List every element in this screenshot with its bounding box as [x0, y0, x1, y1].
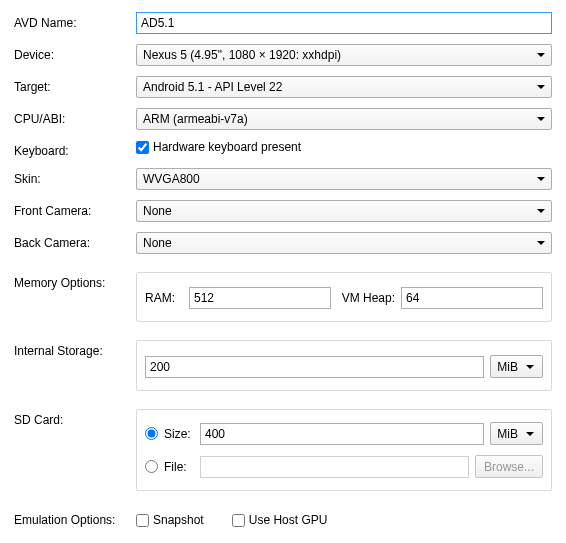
- ram-label: RAM:: [145, 291, 183, 305]
- sd-size-radio[interactable]: [145, 427, 158, 440]
- ram-input[interactable]: [189, 287, 331, 309]
- snapshot-checkbox-wrap[interactable]: Snapshot: [136, 513, 204, 527]
- skin-dropdown[interactable]: WVGA800: [136, 168, 552, 190]
- browse-button: Browse...: [475, 455, 543, 478]
- skin-value: WVGA800: [143, 172, 537, 186]
- chevron-down-icon: [537, 209, 545, 213]
- use-host-gpu-checkbox[interactable]: [232, 514, 245, 527]
- snapshot-checkbox[interactable]: [136, 514, 149, 527]
- memory-options-label: Memory Options:: [14, 272, 136, 290]
- vm-heap-label: VM Heap:: [337, 291, 395, 305]
- chevron-down-icon: [537, 177, 545, 181]
- cpu-abi-dropdown[interactable]: ARM (armeabi-v7a): [136, 108, 552, 130]
- device-dropdown[interactable]: Nexus 5 (4.95", 1080 × 1920: xxhdpi): [136, 44, 552, 66]
- keyboard-label: Keyboard:: [14, 140, 136, 158]
- hw-keyboard-checkbox[interactable]: [136, 141, 149, 154]
- target-dropdown[interactable]: Android 5.1 - API Level 22: [136, 76, 552, 98]
- cpu-abi-label: CPU/ABI:: [14, 108, 136, 126]
- front-camera-value: None: [143, 204, 537, 218]
- sd-size-label: Size:: [164, 427, 194, 441]
- device-value: Nexus 5 (4.95", 1080 × 1920: xxhdpi): [143, 48, 537, 62]
- internal-storage-unit-dropdown[interactable]: MiB: [490, 355, 543, 378]
- chevron-down-icon: [537, 117, 545, 121]
- back-camera-value: None: [143, 236, 537, 250]
- sd-size-unit-dropdown[interactable]: MiB: [490, 422, 543, 445]
- target-value: Android 5.1 - API Level 22: [143, 80, 537, 94]
- sd-card-group: Size: MiB File: Browse...: [136, 409, 552, 491]
- back-camera-dropdown[interactable]: None: [136, 232, 552, 254]
- device-label: Device:: [14, 44, 136, 62]
- hw-keyboard-text: Hardware keyboard present: [153, 140, 301, 154]
- target-label: Target:: [14, 76, 136, 94]
- hw-keyboard-checkbox-wrap[interactable]: Hardware keyboard present: [136, 140, 301, 154]
- chevron-down-icon: [526, 365, 534, 369]
- emulation-options-label: Emulation Options:: [14, 509, 136, 527]
- cpu-abi-value: ARM (armeabi-v7a): [143, 112, 537, 126]
- sd-file-radio[interactable]: [145, 460, 158, 473]
- sd-file-label: File:: [164, 460, 194, 474]
- sd-size-unit-text: MiB: [497, 427, 518, 441]
- avd-name-input[interactable]: [136, 12, 552, 34]
- avd-name-label: AVD Name:: [14, 12, 136, 30]
- sd-size-input[interactable]: [200, 423, 484, 445]
- chevron-down-icon: [537, 53, 545, 57]
- internal-storage-input[interactable]: [145, 356, 484, 378]
- chevron-down-icon: [526, 432, 534, 436]
- chevron-down-icon: [537, 241, 545, 245]
- sd-file-input: [200, 456, 469, 478]
- chevron-down-icon: [537, 85, 545, 89]
- sd-card-label: SD Card:: [14, 409, 136, 427]
- front-camera-dropdown[interactable]: None: [136, 200, 552, 222]
- internal-storage-label: Internal Storage:: [14, 340, 136, 358]
- back-camera-label: Back Camera:: [14, 232, 136, 250]
- use-host-gpu-checkbox-wrap[interactable]: Use Host GPU: [232, 513, 328, 527]
- use-host-gpu-text: Use Host GPU: [249, 513, 328, 527]
- snapshot-text: Snapshot: [153, 513, 204, 527]
- internal-storage-unit-text: MiB: [497, 360, 518, 374]
- front-camera-label: Front Camera:: [14, 200, 136, 218]
- internal-storage-group: MiB: [136, 340, 552, 391]
- memory-options-group: RAM: VM Heap:: [136, 272, 552, 322]
- vm-heap-input[interactable]: [401, 287, 543, 309]
- skin-label: Skin:: [14, 168, 136, 186]
